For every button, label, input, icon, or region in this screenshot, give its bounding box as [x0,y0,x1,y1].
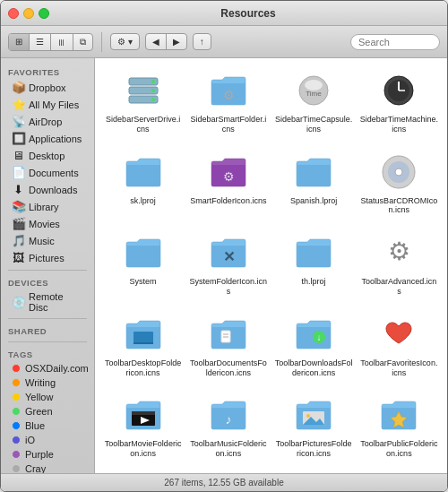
library-icon: 📚 [12,200,24,213]
view-list-btn[interactable]: ☰ [30,34,51,50]
sidebar-item-label: Green [25,406,53,417]
file-icon-folder [292,231,335,274]
sidebar-item-airdrop[interactable]: 📡 AirDrop [4,113,90,130]
tag-dot-green [12,407,21,416]
sidebar-item-downloads[interactable]: ⬇ Downloads [4,181,90,198]
toolbar-separator [101,32,102,52]
file-item[interactable]: ToolbarMovieFoldericon.icns [102,390,184,462]
sidebar-item-remote-disc[interactable]: 💿 Remote Disc [4,289,90,315]
sidebar-item-label: Blue [25,420,45,431]
svg-rect-28 [132,411,155,415]
file-item[interactable]: ToolbarFavoritesIcon.icns [358,309,440,382]
sidebar-item-tag-blue[interactable]: Blue [4,419,90,433]
sidebar-item-label: Pictures [29,253,65,263]
sidebar-item-documents[interactable]: 📄 Documents [4,164,90,181]
sidebar-item-all-my-files[interactable]: ⭐ All My Files [4,96,90,113]
sidebar-item-tag-purple[interactable]: Purple [4,447,90,462]
sidebar-item-label: Documents [29,168,79,178]
file-item[interactable]: ✕ SystemFolderIcon.icns [187,228,269,300]
sidebar-item-library[interactable]: 📚 Library [4,198,90,215]
airdrop-icon: 📡 [12,115,24,128]
file-item[interactable]: ♪ ToolbarMusicFoldericon.icns [187,390,269,462]
svg-text:♪: ♪ [225,412,231,427]
file-item[interactable]: SidebarTimeMachine.icns [358,65,440,138]
view-icon-btn[interactable]: ⊞ [9,34,30,50]
sidebar-item-dropbox[interactable]: 📦 Dropbox [4,79,90,96]
close-button[interactable] [8,8,19,19]
pictures-icon: 🖼 [12,251,24,264]
sidebar-item-tag-osxdaily[interactable]: OSXDaily.com [4,361,90,375]
tag-dot-gray [12,464,21,473]
sidebar-item-movies[interactable]: 🎬 Movies [4,215,90,232]
svg-point-5 [151,98,155,101]
file-grid-container: SidebarServerDrive.icns ⚙ SidebarSmartFo… [95,58,447,473]
file-icon-folder_pic [292,393,335,436]
statusbar: 267 items, 12.55 GB available [1,473,447,491]
file-icon-folder_doc [207,313,250,356]
file-item[interactable]: System [102,228,184,300]
toolbar: ⊞ ☰ ⫼ ⧉ ⚙ ▾ ◀ ▶ ↑ [1,26,447,58]
file-item[interactable]: ToolbarDesktopFoldericon.icns [102,309,184,382]
status-text: 267 items, 12.55 GB available [164,478,283,488]
svg-text:↓: ↓ [317,332,322,342]
main-area: FAVORITES 📦 Dropbox ⭐ All My Files 📡 Air… [1,58,447,473]
tag-dot-orange [12,378,21,387]
share-btn[interactable]: ↑ [194,34,211,49]
file-icon-folder_public [377,393,420,436]
file-label: Spanish.lproj [290,196,337,206]
action-group: ⚙ ▾ [110,33,140,50]
sidebar-item-label: Library [29,202,59,212]
sidebar-divider-2 [8,318,87,319]
file-label: ToolbarDocumentsFoldericon.icns [189,358,267,378]
file-item[interactable]: Spanish.lproj [273,147,355,220]
finder-window: Resources ⊞ ☰ ⫼ ⧉ ⚙ ▾ ◀ ▶ ↑ FAVORITES 📦 … [0,0,448,492]
file-icon-folder_music: ♪ [207,393,250,436]
file-icon-folder [122,151,165,194]
file-item[interactable]: Time SidebarTimeCapsule.icns [273,65,355,138]
sidebar-item-label: Writing [25,377,56,388]
back-btn[interactable]: ◀ [146,34,167,49]
view-coverflow-btn[interactable]: ⧉ [73,34,92,50]
sidebar-item-label: Dropbox [29,82,66,93]
file-item[interactable]: ⚙ SmartFolderIcon.icns [187,147,269,220]
file-label: th.lproj [302,277,326,287]
sidebar-item-label: All My Files [29,99,79,110]
file-item[interactable]: sk.lproj [102,147,184,220]
minimize-button[interactable] [23,8,34,19]
tag-dot-yellow [12,393,21,401]
sidebar-item-label: AirDrop [29,117,62,127]
sidebar-item-tag-writing[interactable]: Writing [4,375,90,390]
sidebar-item-tag-green[interactable]: Green [4,404,90,419]
file-item[interactable]: ToolbarPicturesFoldericon.icns [273,390,355,462]
sidebar-item-tag-io[interactable]: iO [4,433,90,447]
sidebar-divider-3 [8,341,87,342]
sidebar-item-music[interactable]: 🎵 Music [4,232,90,249]
sidebar-item-applications[interactable]: 🔲 Applications [4,130,90,147]
sidebar-item-pictures[interactable]: 🖼 Pictures [4,249,90,266]
view-column-btn[interactable]: ⫼ [51,34,73,50]
forward-btn[interactable]: ▶ [167,34,186,49]
file-item[interactable]: ToolbarPublicFoldericon.icns [358,390,440,462]
sidebar-item-label: Purple [25,449,54,460]
sidebar-item-label: Desktop [29,151,65,161]
file-item[interactable]: ToolbarDocumentsFoldericon.icns [187,309,269,382]
file-item[interactable]: ⚙ ToolbarAdvanced.icns [358,228,440,300]
action-btn[interactable]: ⚙ ▾ [111,34,139,49]
tag-dot-purple [12,450,21,459]
file-grid: SidebarServerDrive.icns ⚙ SidebarSmartFo… [102,65,440,473]
search-input[interactable] [350,34,440,50]
sidebar-item-desktop[interactable]: 🖥 Desktop [4,147,90,164]
file-item[interactable]: ⚙ SidebarSmartFolder.icns [187,65,269,138]
maximize-button[interactable] [39,8,49,19]
sidebar-item-tag-cray[interactable]: Cray [4,462,90,473]
file-item[interactable]: SidebarServerDrive.icns [102,65,184,138]
file-item[interactable]: StatusBarCDROMIcon.icns [358,147,440,220]
file-label: SidebarTimeMachine.icns [360,115,438,134]
file-item[interactable]: th.lproj [273,228,355,300]
music-icon: 🎵 [12,234,24,247]
file-label: ToolbarDesktopFoldericon.icns [104,358,182,378]
downloads-icon: ⬇ [12,183,24,196]
file-item[interactable]: ↓ ToolbarDownloadsFoldericon.icns [273,309,355,382]
sidebar-item-label: iO [25,435,35,445]
sidebar-item-tag-yellow[interactable]: Yellow [4,390,90,404]
